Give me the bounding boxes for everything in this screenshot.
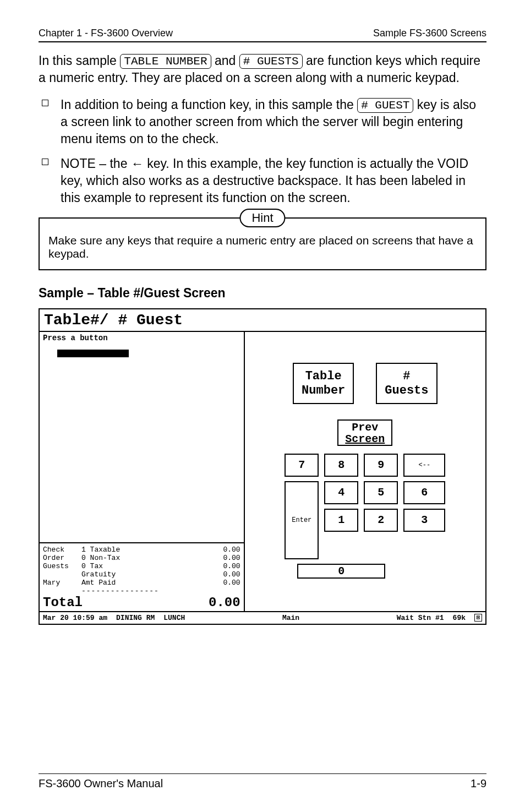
tot-c1: Check — [43, 546, 81, 554]
order-canvas — [40, 344, 244, 542]
bullet-item-2: NOTE – the ← key. In this example, the k… — [42, 155, 486, 206]
prev-screen-button[interactable]: Prev Screen — [337, 419, 392, 446]
total-label: Total — [43, 595, 83, 610]
key-backspace[interactable]: <-- — [403, 454, 445, 477]
status-mem: 69k — [453, 614, 466, 622]
header-right: Sample FS-3600 Screens — [373, 28, 486, 39]
b2-text: NOTE – the ← key. In this example, the k… — [61, 155, 486, 206]
tot-c2: 1 Taxable — [81, 546, 207, 554]
key-enter[interactable]: Enter — [285, 481, 319, 559]
screen-title: Table#/ # Guest — [40, 309, 485, 332]
intro-prefix: In this sample — [39, 53, 120, 68]
intro-paragraph: In this sample TABLE NUMBER and # GUESTS… — [39, 52, 486, 86]
tot-c3: 0.00 — [207, 562, 240, 570]
tot-c2: Gratuity — [81, 570, 207, 579]
key-6[interactable]: 6 — [403, 481, 445, 504]
key-8[interactable]: 8 — [324, 454, 358, 477]
key-num-guests: # GUESTS — [239, 54, 303, 69]
key-2[interactable]: 2 — [364, 509, 398, 532]
key-num-guest: # GUEST — [357, 98, 413, 113]
close-icon[interactable]: ⊠ — [474, 614, 482, 622]
pos-screen: Table#/ # Guest Press a button Check1 Ta… — [39, 308, 486, 625]
tot-c3: 0.00 — [207, 570, 240, 579]
text-cursor — [57, 350, 129, 357]
section-heading: Sample – Table #/Guest Screen — [39, 286, 486, 301]
bullet-item-1: In addition to being a function key, in … — [42, 96, 486, 148]
footer-left: FS-3600 Owner's Manual — [39, 777, 163, 790]
guests-l1: # — [385, 369, 428, 383]
total-value: 0.00 — [209, 595, 240, 610]
screen-prompt: Press a button — [40, 332, 244, 344]
header-left: Chapter 1 - FS-3600 Overview — [39, 28, 173, 39]
key-9[interactable]: 9 — [364, 454, 398, 477]
tot-c1: Guests — [43, 562, 81, 570]
tot-dashes: ---------------- — [81, 587, 240, 595]
intro-mid: and — [215, 53, 239, 68]
footer-right: 1-9 — [471, 777, 486, 790]
prev-l1: Prev — [345, 422, 385, 433]
tot-c3: 0.00 — [207, 546, 240, 554]
tot-c2: 0 Non-Tax — [81, 554, 207, 562]
status-station: Wait Stn #1 — [397, 614, 444, 622]
tot-c3: 0.00 — [207, 554, 240, 562]
status-area: DINING RM — [116, 614, 155, 622]
bullet-icon — [42, 100, 48, 106]
status-datetime: Mar 20 10:59 am — [43, 614, 107, 622]
status-main: Main — [282, 614, 299, 622]
prev-l2: Screen — [345, 433, 385, 445]
key-1[interactable]: 1 — [324, 509, 358, 532]
status-meal: LUNCH — [163, 614, 185, 622]
key-4[interactable]: 4 — [324, 481, 358, 504]
numeric-keypad: 7 8 9 <-- 4 5 6 Enter 1 2 3 0 — [251, 454, 479, 579]
key-7[interactable]: 7 — [285, 454, 319, 477]
guests-button[interactable]: # Guests — [376, 363, 437, 404]
tot-c2: 0 Tax — [81, 562, 207, 570]
tot-c2: Amt Paid — [81, 579, 207, 587]
key-3[interactable]: 3 — [403, 509, 445, 532]
table-l1: Table — [302, 369, 345, 383]
totals-panel: Check1 Taxable0.00 Order0 Non-Tax0.00 Gu… — [40, 542, 244, 611]
key-5[interactable]: 5 — [364, 481, 398, 504]
tot-c1: Mary — [43, 579, 81, 587]
hint-box: Hint Make sure any keys that require a n… — [39, 217, 486, 270]
b1-pre: In addition to being a function key, in … — [61, 97, 357, 112]
table-number-button[interactable]: Table Number — [293, 363, 354, 404]
bullet-icon — [42, 159, 48, 165]
table-l2: Number — [302, 384, 345, 397]
status-bar: Mar 20 10:59 am DINING RM LUNCH Main Wai… — [40, 611, 485, 624]
hint-text: Make sure any keys that require a numeri… — [48, 234, 477, 260]
tot-c1 — [43, 570, 81, 579]
tot-c3: 0.00 — [207, 579, 240, 587]
key-0[interactable]: 0 — [297, 564, 385, 579]
tot-c1: Order — [43, 554, 81, 562]
key-table-number: TABLE NUMBER — [120, 54, 211, 69]
guests-l2: Guests — [385, 384, 428, 397]
hint-label: Hint — [239, 209, 285, 227]
